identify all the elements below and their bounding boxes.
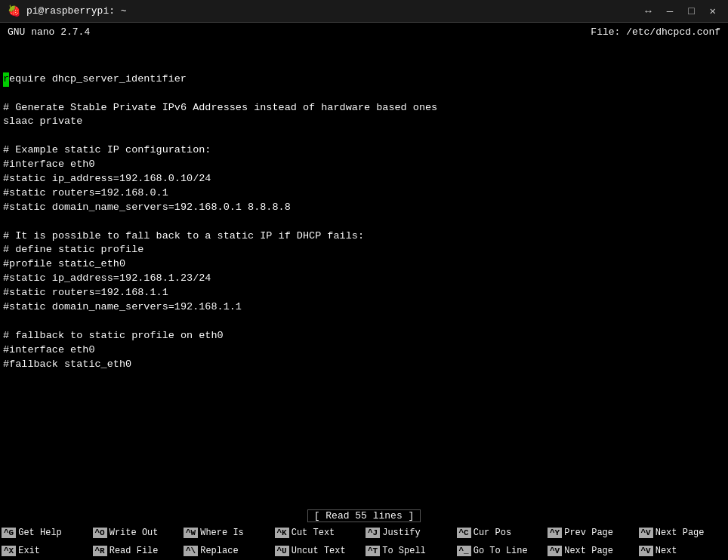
bottom-shortcuts: ^GGet Help^OWrite Out^WWhere Is^KCut Tex… (0, 524, 728, 560)
shortcut-row-1: ^GGet Help^OWrite Out^WWhere Is^KCut Tex… (0, 524, 728, 542)
shortcut-item[interactable]: ^UUncut Text (273, 546, 365, 556)
editor-line (3, 129, 725, 143)
title-bar-left: 🍓 pi@raspberrypi: ~ (8, 5, 127, 17)
editor-line: # It is possible to fall back to a stati… (3, 229, 725, 244)
shortcut-label: Cut Text (292, 528, 335, 538)
shortcut-item[interactable]: ^VNext Page (546, 546, 637, 556)
shortcut-key: ^O (93, 528, 107, 538)
shortcut-key: ^K (275, 528, 289, 538)
shortcut-item[interactable]: ^CCur Pos (455, 528, 547, 538)
shortcut-item[interactable]: ^RRead File (91, 546, 183, 556)
shortcut-key: ^V (639, 528, 653, 538)
shortcut-key: ^\ (184, 546, 198, 556)
shortcut-item[interactable]: ^YPrev Page (546, 528, 637, 538)
shortcut-key: ^R (93, 546, 107, 556)
status-message: [ Read 55 lines ] (307, 509, 421, 522)
shortcut-item[interactable]: ^JJustify (364, 528, 455, 538)
nano-version: GNU nano 2.7.4 (8, 26, 90, 38)
minimize-btn[interactable]: — (662, 5, 677, 18)
editor-line: #static ip_address=192.168.1.23/24 (3, 272, 725, 286)
shortcut-key: ^X (2, 546, 16, 556)
shortcut-label: Cur Pos (474, 528, 511, 538)
editor-line: require dhcp_server_identifier (3, 72, 725, 87)
shortcut-label: Write Out (110, 528, 159, 538)
maximize-btn[interactable]: □ (683, 5, 699, 18)
shortcut-label: Exit (18, 546, 40, 556)
shortcut-label: Prev Page (564, 528, 613, 538)
shortcut-key: ^C (457, 528, 471, 538)
shortcut-label: Next (656, 546, 677, 556)
shortcut-label: Get Help (18, 528, 62, 538)
shortcut-label: Next Page (564, 546, 613, 556)
arrows-btn[interactable]: ↔ (640, 5, 656, 18)
editor-line: # Example static IP configuration: (3, 143, 725, 158)
editor-line: # Generate Stable Private IPv6 Addresses… (3, 101, 725, 115)
shortcut-row-2: ^XExit^RRead File^\Replace^UUncut Text^T… (0, 542, 728, 560)
shortcut-key: ^U (275, 546, 289, 556)
shortcut-item[interactable]: ^\Replace (182, 546, 273, 556)
shortcut-label: Next Page (656, 528, 705, 538)
terminal-window: 🍓 pi@raspberrypi: ~ ↔ — □ ✕ GNU nano 2.7… (0, 0, 728, 560)
editor-line: # define static profile (3, 243, 725, 257)
shortcut-key: ^T (366, 546, 380, 556)
editor-line: #interface eth0 (3, 158, 725, 172)
nano-header: GNU nano 2.7.4 File: /etc/dhcpcd.conf (0, 23, 728, 41)
shortcut-item[interactable]: ^XExit (0, 546, 91, 556)
editor-line (3, 315, 725, 329)
raspberry-icon: 🍓 (8, 5, 20, 17)
shortcut-label: Go To Line (474, 546, 528, 556)
shortcut-key: ^W (184, 528, 198, 538)
shortcut-key: ^V (639, 546, 653, 556)
shortcut-key: ^G (2, 528, 16, 538)
shortcut-key: ^Y (548, 528, 562, 538)
shortcut-item[interactable]: ^KCut Text (273, 528, 365, 538)
shortcut-key: ^J (366, 528, 380, 538)
editor-line: # fallback to static profile on eth0 (3, 329, 725, 343)
editor-line: #static domain_name_servers=192.168.1.1 (3, 300, 725, 315)
editor-line: #static routers=192.168.0.1 (3, 186, 725, 201)
editor-line: #static domain_name_servers=192.168.0.1 … (3, 201, 725, 215)
shortcut-label: Read File (110, 546, 159, 556)
editor-line (3, 87, 725, 101)
cursor: r (3, 72, 9, 87)
close-btn[interactable]: ✕ (705, 5, 720, 18)
shortcut-label: To Spell (382, 546, 426, 556)
shortcut-label: Uncut Text (292, 546, 346, 556)
title-bar-controls: ↔ — □ ✕ (640, 5, 720, 18)
editor-line: #static ip_address=192.168.0.10/24 (3, 172, 725, 186)
shortcut-key: ^_ (457, 546, 471, 556)
shortcut-label: Justify (382, 528, 420, 538)
shortcut-label: Where Is (200, 528, 244, 538)
shortcut-item[interactable]: ^VNext Page (637, 528, 729, 538)
title-bar: 🍓 pi@raspberrypi: ~ ↔ — □ ✕ (0, 0, 728, 23)
shortcut-item[interactable]: ^TTo Spell (364, 546, 455, 556)
shortcut-key: ^V (548, 546, 562, 556)
shortcut-item[interactable]: ^GGet Help (0, 528, 91, 538)
shortcut-item[interactable]: ^VNext (637, 546, 729, 556)
editor-line: #interface eth0 (3, 343, 725, 358)
editor-line (3, 215, 725, 229)
shortcut-label: Replace (200, 546, 238, 556)
status-bar: [ Read 55 lines ] (0, 507, 728, 524)
shortcut-item[interactable]: ^WWhere Is (182, 528, 273, 538)
editor-line: #static routers=192.168.1.1 (3, 286, 725, 300)
shortcut-item[interactable]: ^_Go To Line (455, 546, 547, 556)
window-title: pi@raspberrypi: ~ (26, 5, 127, 17)
shortcut-item[interactable]: ^OWrite Out (91, 528, 183, 538)
editor-line: #fallback static_eth0 (3, 358, 725, 372)
editor-area[interactable]: require dhcp_server_identifier # Generat… (0, 41, 728, 507)
nano-filename: File: /etc/dhcpcd.conf (591, 26, 720, 38)
editor-line: #profile static_eth0 (3, 257, 725, 272)
editor-line: slaac private (3, 115, 725, 129)
editor-content: require dhcp_server_identifier # Generat… (0, 72, 728, 372)
